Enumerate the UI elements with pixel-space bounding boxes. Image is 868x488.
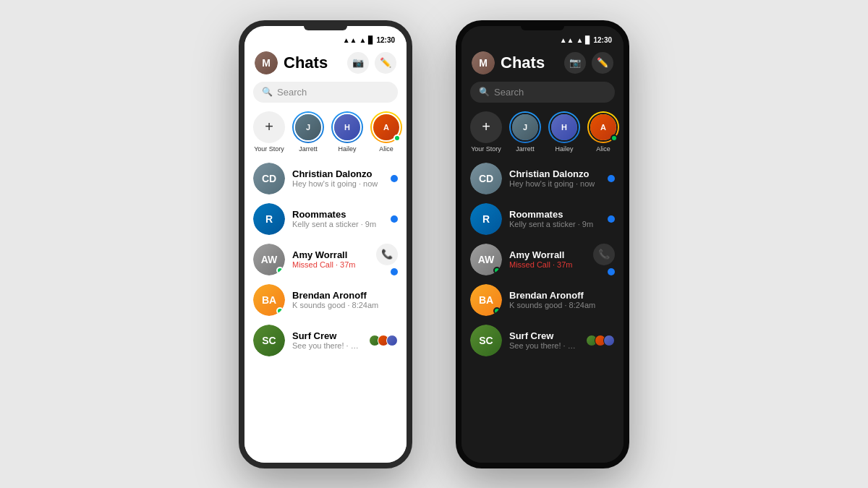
story-label-jarrett-dark: Jarrett: [516, 145, 535, 153]
add-story-item-dark[interactable]: + Your Story: [470, 111, 502, 153]
signal-icon: ▲▲: [343, 36, 357, 44]
chat-meta-roommates: [391, 215, 398, 223]
chat-name-brendan-dark: Brendan Aronoff: [509, 290, 608, 301]
user-avatar-dark[interactable]: M: [472, 51, 495, 74]
chat-meta-christian-dark: [608, 175, 615, 182]
chat-meta-amy-dark: 📞: [593, 244, 615, 275]
your-story-label-dark: Your Story: [471, 145, 501, 153]
chat-meta-surf-dark: [589, 335, 615, 346]
search-placeholder-dark: Search: [494, 87, 524, 98]
chat-preview-amy: Missed Call · 37m: [292, 260, 369, 269]
story-label-alice-dark: Alice: [596, 145, 610, 153]
edit-button[interactable]: ✏️: [375, 52, 396, 74]
chat-item-surf-dark[interactable]: SC Surf Crew See you there! · Mon: [461, 320, 624, 361]
story-jarrett-dark[interactable]: J Jarrett: [509, 111, 541, 153]
group-avatars-surf-dark: [589, 335, 615, 346]
chat-info-christian: Christian Dalonzo Hey how's it going · n…: [292, 168, 383, 188]
call-icon-amy[interactable]: 📞: [376, 244, 398, 265]
story-label-alice: Alice: [379, 145, 393, 153]
story-hailey[interactable]: H Hailey: [331, 111, 363, 153]
chat-info-amy: Amy Worrall Missed Call · 37m: [292, 249, 369, 269]
wifi-icon: ▲: [359, 36, 367, 44]
story-jarrett[interactable]: J Jarrett: [292, 111, 324, 153]
chat-item-surf[interactable]: SC Surf Crew See you there! · Mon: [244, 320, 407, 361]
chat-avatar-christian: CD: [253, 163, 285, 194]
add-story-btn[interactable]: +: [253, 111, 285, 143]
search-icon: 🔍: [262, 87, 273, 97]
chat-preview-roommates-dark: Kelly sent a sticker · 9m: [509, 220, 600, 228]
app-header-light: M Chats 📷 ✏️: [244, 46, 407, 79]
chat-avatar-brendan-dark: BA: [470, 284, 502, 316]
chat-item-brendan[interactable]: BA Brendan Aronoff K sounds good · 8:24a…: [244, 280, 407, 320]
chat-preview-brendan-dark: K sounds good · 8:24am: [509, 301, 608, 309]
call-icon-amy-dark[interactable]: 📞: [593, 244, 615, 265]
chat-info-brendan-dark: Brendan Aronoff K sounds good · 8:24am: [509, 290, 608, 309]
battery-icon: ▊: [368, 36, 374, 44]
chat-item-amy-dark[interactable]: AW Amy Worrall Missed Call · 37m 📞: [461, 239, 624, 280]
chat-name-brendan: Brendan Aronoff: [292, 290, 391, 301]
chat-avatar-surf: SC: [253, 325, 285, 356]
stories-row-light: + Your Story J Jarrett H: [244, 108, 407, 158]
chat-item-christian[interactable]: CD Christian Dalonzo Hey how's it going …: [244, 158, 407, 199]
group-avatars-surf: [372, 335, 398, 346]
story-label-hailey-dark: Hailey: [555, 145, 573, 153]
status-bar-dark: ▲▲ ▲ ▊ 12:30: [461, 32, 624, 46]
status-bar-light: ▲▲ ▲ ▊ 12:30: [244, 32, 407, 46]
edit-button-dark[interactable]: ✏️: [592, 52, 613, 74]
camera-button-dark[interactable]: 📷: [564, 52, 586, 74]
chat-info-brendan: Brendan Aronoff K sounds good · 8:24am: [292, 290, 391, 309]
chat-name-roommates-dark: Roommates: [509, 209, 600, 220]
chat-list-light: CD Christian Dalonzo Hey how's it going …: [244, 158, 407, 463]
chat-preview-brendan: K sounds good · 8:24am: [292, 301, 391, 309]
wifi-icon-dark: ▲: [576, 36, 584, 44]
chat-info-christian-dark: Christian Dalonzo Hey how's it going · n…: [509, 168, 600, 188]
search-placeholder: Search: [277, 87, 307, 98]
search-icon-dark: 🔍: [479, 87, 490, 97]
add-story-item[interactable]: + Your Story: [253, 111, 285, 153]
chat-preview-christian: Hey how's it going · now: [292, 179, 383, 188]
chat-avatar-roommates: R: [253, 203, 285, 235]
chat-avatar-christian-dark: CD: [470, 163, 502, 194]
chat-meta-roommates-dark: [608, 215, 615, 223]
camera-notch-dark: [521, 26, 564, 30]
chat-meta-amy: 📞: [376, 244, 398, 275]
chat-meta-surf: [372, 335, 398, 346]
unread-dot-christian-dark: [608, 175, 615, 182]
chat-preview-surf-dark: See you there! · Mon: [509, 341, 582, 350]
chat-meta-christian: [391, 175, 398, 182]
chat-preview-surf: See you there! · Mon: [292, 341, 365, 350]
chat-item-roommates-dark[interactable]: R Roommates Kelly sent a sticker · 9m: [461, 199, 624, 239]
add-story-btn-dark[interactable]: +: [470, 111, 502, 143]
story-alice-dark[interactable]: A Alice: [587, 111, 619, 153]
unread-dot-christian: [391, 175, 398, 182]
chat-list-dark: CD Christian Dalonzo Hey how's it going …: [461, 158, 624, 463]
unread-dot-amy-dark: [608, 268, 615, 275]
chat-preview-amy-dark: Missed Call · 37m: [509, 260, 586, 269]
chat-avatar-amy-dark: AW: [470, 244, 502, 275]
chat-info-roommates-dark: Roommates Kelly sent a sticker · 9m: [509, 209, 600, 228]
chat-name-amy: Amy Worrall: [292, 249, 369, 260]
battery-icon-dark: ▊: [585, 36, 591, 44]
app-title-light: Chats: [284, 53, 341, 72]
search-bar-dark[interactable]: 🔍 Search: [470, 82, 615, 103]
chat-item-christian-dark[interactable]: CD Christian Dalonzo Hey how's it going …: [461, 158, 624, 199]
chat-item-brendan-dark[interactable]: BA Brendan Aronoff K sounds good · 8:24a…: [461, 280, 624, 320]
phone-dark: ▲▲ ▲ ▊ 12:30 M Chats 📷 ✏️ 🔍: [456, 20, 629, 468]
search-bar-light[interactable]: 🔍 Search: [253, 82, 398, 103]
chat-item-amy[interactable]: AW Amy Worrall Missed Call · 37m 📞: [244, 239, 407, 280]
chat-name-surf: Surf Crew: [292, 330, 365, 341]
unread-dot-roommates-dark: [608, 215, 615, 223]
phone-light: ▲▲ ▲ ▊ 12:30 M Chats 📷 ✏️ 🔍: [239, 20, 412, 468]
story-alice[interactable]: A Alice: [370, 111, 402, 153]
camera-button[interactable]: 📷: [347, 52, 369, 74]
chat-avatar-surf-dark: SC: [470, 325, 502, 356]
story-hailey-dark[interactable]: H Hailey: [548, 111, 580, 153]
user-avatar[interactable]: M: [255, 51, 278, 74]
unread-dot-amy: [391, 268, 398, 275]
app-header-dark: M Chats 📷 ✏️: [461, 46, 624, 79]
your-story-label: Your Story: [254, 145, 284, 153]
chat-name-amy-dark: Amy Worrall: [509, 249, 586, 260]
story-label-jarrett: Jarrett: [299, 145, 318, 153]
chat-item-roommates[interactable]: R Roommates Kelly sent a sticker · 9m: [244, 199, 407, 239]
signal-icon-dark: ▲▲: [560, 36, 574, 44]
